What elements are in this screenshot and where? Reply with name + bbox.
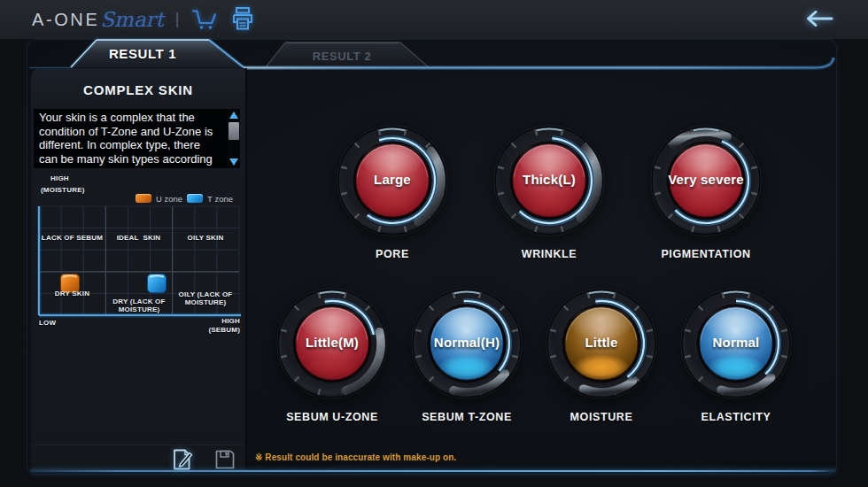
brand-separator: | bbox=[175, 10, 180, 28]
scroll-up-icon bbox=[229, 112, 238, 119]
u-zone-swatch bbox=[136, 194, 151, 203]
gauge-sebum-u[interactable]: Little(M) SEBUM U-ZONE bbox=[275, 286, 390, 401]
gauge-value: Little bbox=[544, 335, 659, 350]
x-axis-low-label: LOW bbox=[39, 319, 56, 327]
gauge-label: MOISTURE bbox=[526, 411, 677, 423]
left-panel: COMPLEX SKIN Your skin is a complex that… bbox=[31, 68, 245, 471]
gauge-label: SEBUM T-ZONE bbox=[391, 411, 542, 423]
gauge-elasticity[interactable]: Normal ELASTICITY bbox=[678, 286, 794, 401]
zone-dry-skin: DRY SKIN bbox=[39, 290, 105, 298]
gauge-label: PORE bbox=[317, 248, 468, 260]
tab-result-1[interactable]: RESULT 1 bbox=[76, 46, 209, 61]
gauge-value: Normal(H) bbox=[409, 335, 524, 350]
bottom-accent-line bbox=[31, 470, 836, 472]
header-bar: A-ONE Smart | bbox=[0, 0, 868, 39]
left-panel-footer bbox=[31, 444, 245, 472]
gauge-label: WRINKLE bbox=[474, 248, 624, 260]
gauge-pore[interactable]: Large PORE bbox=[335, 123, 450, 238]
gauge-value: Little(M) bbox=[275, 335, 390, 350]
scroll-down-button[interactable] bbox=[228, 156, 240, 168]
tab-result-2[interactable]: RESULT 2 bbox=[267, 50, 416, 63]
gauge-value: Large bbox=[335, 172, 450, 187]
scroll-down-icon bbox=[229, 158, 238, 166]
brand-script: Smart bbox=[100, 8, 164, 31]
printer-icon[interactable] bbox=[229, 6, 256, 32]
save-icon[interactable] bbox=[214, 449, 236, 470]
zone-ideal-skin: IDEAL SKIN bbox=[105, 234, 172, 242]
skin-description-text: Your skin is a complex that thecondition… bbox=[39, 111, 221, 166]
gauge-value: Very severe bbox=[648, 172, 763, 187]
panel-divider bbox=[245, 68, 247, 471]
disclaimer-note: ※ Result could be inaccurate with make-u… bbox=[255, 452, 456, 462]
edit-report-icon[interactable] bbox=[171, 447, 195, 472]
brand-name: A-ONE bbox=[32, 10, 99, 30]
gauge-wrinkle[interactable]: Thick(L) WRINKLE bbox=[492, 123, 607, 238]
description-scrollbar[interactable] bbox=[228, 109, 240, 168]
cart-icon[interactable] bbox=[191, 9, 220, 31]
chart-legend: U zone T zone bbox=[136, 193, 233, 204]
brand-logo: A-ONE Smart | bbox=[32, 6, 180, 33]
u-zone-legend-label: U zone bbox=[156, 194, 182, 204]
gauge-sebum-t[interactable]: Normal(H) SEBUM T-ZONE bbox=[409, 286, 524, 401]
gauge-value: Normal bbox=[678, 335, 794, 350]
skin-type-chart: LACK OF SEBUM IDEAL SKIN OILY SKIN DRY S… bbox=[37, 205, 243, 319]
gauge-moisture[interactable]: Little MOISTURE bbox=[544, 286, 659, 401]
skin-description-box: Your skin is a complex that thecondition… bbox=[34, 109, 240, 168]
y-axis-high-label: HIGH (MOISTURE) bbox=[41, 173, 85, 196]
zone-lack-of-sebum: LACK OF SEBUM bbox=[39, 234, 105, 242]
t-zone-swatch bbox=[187, 194, 203, 203]
zone-oily-skin: OILY SKIN bbox=[172, 234, 239, 242]
skin-type-title: COMPLEX SKIN bbox=[31, 82, 245, 97]
x-axis-high-label: HIGH (SEBUM) bbox=[173, 317, 240, 334]
gauge-label: PIGMENTATION bbox=[631, 248, 781, 260]
back-arrow-icon[interactable] bbox=[800, 8, 835, 29]
gauge-label: ELASTICITY bbox=[661, 411, 811, 423]
gauge-value: Thick(L) bbox=[492, 172, 607, 187]
scroll-up-button[interactable] bbox=[228, 109, 240, 121]
t-zone-legend-label: T zone bbox=[207, 194, 233, 204]
zone-dry-lack-of-moisture: DRY (LACK OF MOISTURE) bbox=[107, 298, 171, 313]
scrollbar-thumb[interactable] bbox=[229, 122, 239, 140]
gauge-pigmentation[interactable]: Very severe PIGMENTATION bbox=[648, 123, 763, 238]
gauge-label: SEBUM U-ZONE bbox=[257, 411, 407, 423]
zone-oily-lack-of-moisture: OILY (LACK OF MOISTURE) bbox=[174, 290, 237, 306]
